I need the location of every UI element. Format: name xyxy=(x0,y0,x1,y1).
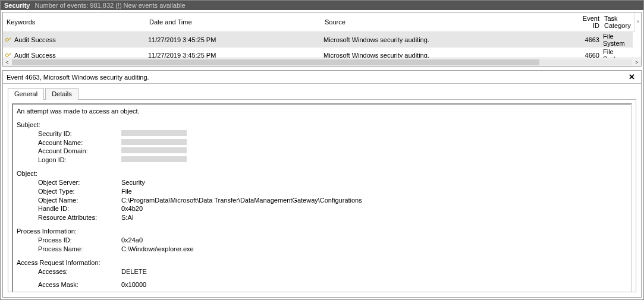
event-details-pane: Event 4663, Microsoft Windows security a… xyxy=(2,70,642,298)
value-process-name: C:\Windows\explorer.exe xyxy=(121,245,627,254)
column-header-datetime[interactable]: Date and Time xyxy=(148,17,323,27)
label-account-name: Account Name: xyxy=(38,138,121,147)
column-header-source[interactable]: Source xyxy=(323,17,573,27)
details-title: Event 4663, Microsoft Windows security a… xyxy=(7,74,149,81)
label-accesses: Accesses: xyxy=(38,267,121,276)
table-row[interactable]: Audit Success 11/27/2019 3:45:25 PM Micr… xyxy=(3,32,633,48)
scrollbar-thumb[interactable] xyxy=(12,59,539,65)
label-logon-id: Logon ID: xyxy=(38,156,121,165)
event-count-status: Number of events: 981,832 (!) New events… xyxy=(34,2,185,9)
label-object-type: Object Type: xyxy=(38,187,121,196)
value-security-id xyxy=(121,130,627,138)
cell-taskcategory: File System xyxy=(603,33,630,47)
cell-keywords: Audit Success xyxy=(14,36,56,43)
tab-details[interactable]: Details xyxy=(45,88,78,100)
value-logon-id xyxy=(121,156,627,165)
value-resource-attributes: S:AI xyxy=(121,213,627,222)
scroll-left-button[interactable]: < xyxy=(3,59,11,65)
cell-taskcategory: File System xyxy=(603,48,630,58)
event-list-header: Keywords Date and Time Source Event ID T… xyxy=(3,12,634,32)
event-viewer-window: Security Number of events: 981,832 (!) N… xyxy=(0,0,644,300)
value-object-type: File xyxy=(121,187,627,196)
subject-heading: Subject: xyxy=(17,121,627,130)
label-handle-id: Handle ID: xyxy=(38,204,121,213)
titlebar: Security Number of events: 981,832 (!) N… xyxy=(1,1,643,10)
key-icon xyxy=(4,35,14,45)
redacted-block xyxy=(121,156,187,162)
table-row[interactable]: Audit Success 11/27/2019 3:45:25 PM Micr… xyxy=(3,48,633,58)
details-tabs: General Details xyxy=(3,84,641,99)
value-object-name: C:\ProgramData\Microsoft\Data Transfer\D… xyxy=(121,196,627,205)
value-handle-id: 0x4b20 xyxy=(121,204,627,213)
label-security-id: Security ID: xyxy=(38,130,121,138)
access-heading: Access Request Information: xyxy=(17,258,627,267)
column-header-keywords[interactable]: Keywords xyxy=(5,17,148,27)
event-list-pane: Keywords Date and Time Source Event ID T… xyxy=(2,12,642,67)
scroll-up-button[interactable]: ^ xyxy=(634,12,641,32)
label-object-server: Object Server: xyxy=(38,178,121,187)
cell-keywords: Audit Success xyxy=(14,52,56,58)
close-icon[interactable]: ✕ xyxy=(626,72,637,81)
label-process-id: Process ID: xyxy=(38,236,121,245)
value-account-name xyxy=(121,138,627,147)
scroll-right-button[interactable]: > xyxy=(633,59,641,65)
label-object-name: Object Name: xyxy=(38,196,121,205)
cell-eventid: 4660 xyxy=(573,52,603,58)
tab-body-general: An attempt was made to access an object.… xyxy=(8,99,636,292)
label-account-domain: Account Domain: xyxy=(38,147,121,156)
event-description-box[interactable]: An attempt was made to access an object.… xyxy=(12,103,632,292)
label-access-mask: Access Mask: xyxy=(38,280,121,289)
cell-source: Microsoft Windows security auditing. xyxy=(323,52,573,58)
value-access-mask: 0x10000 xyxy=(121,280,627,289)
value-process-id: 0x24a0 xyxy=(121,236,627,245)
details-header: Event 4663, Microsoft Windows security a… xyxy=(3,71,641,84)
cell-source: Microsoft Windows security auditing. xyxy=(323,36,573,43)
cell-datetime: 11/27/2019 3:45:25 PM xyxy=(148,52,323,58)
tab-general[interactable]: General xyxy=(8,88,44,100)
column-header-taskcategory[interactable]: Task Category xyxy=(603,14,632,30)
log-name: Security xyxy=(4,2,30,9)
label-process-name: Process Name: xyxy=(38,245,121,254)
value-object-server: Security xyxy=(121,178,627,187)
value-accesses: DELETE xyxy=(121,267,627,276)
object-heading: Object: xyxy=(17,169,627,178)
label-resource-attributes: Resource Attributes: xyxy=(38,213,121,222)
cell-datetime: 11/27/2019 3:45:25 PM xyxy=(148,36,323,43)
scrollbar-track[interactable] xyxy=(12,59,632,65)
redacted-block xyxy=(121,130,187,136)
redacted-block xyxy=(121,147,187,153)
column-header-eventid[interactable]: Event ID xyxy=(573,14,603,30)
process-heading: Process Information: xyxy=(17,227,627,236)
value-account-domain xyxy=(121,147,627,156)
redacted-block xyxy=(121,139,187,145)
horizontal-scrollbar[interactable]: < > xyxy=(3,58,641,66)
event-summary: An attempt was made to access an object. xyxy=(17,107,627,116)
event-list-body[interactable]: Audit Success 11/27/2019 3:45:25 PM Micr… xyxy=(3,32,641,58)
cell-eventid: 4663 xyxy=(573,36,603,43)
key-icon xyxy=(4,50,14,58)
